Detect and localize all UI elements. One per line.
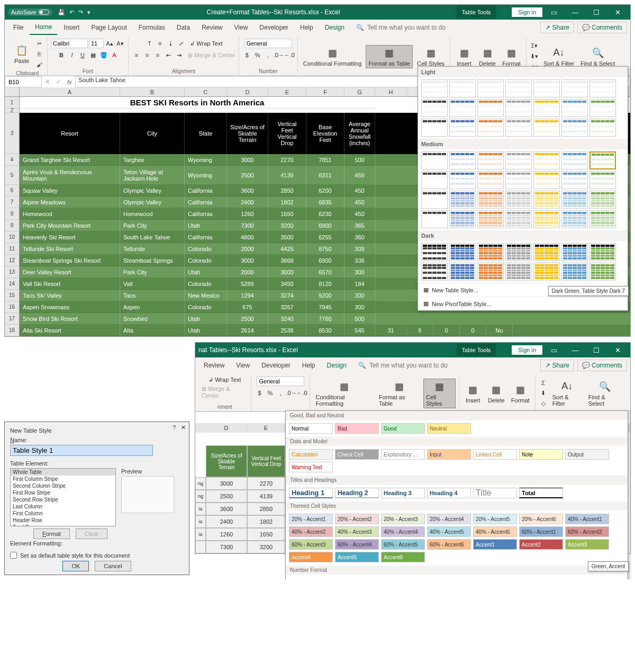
undo-icon[interactable]: ↶ (69, 9, 74, 16)
cell-style-chip[interactable]: Accent2 (519, 539, 563, 550)
cell-style-chip[interactable]: Warning Text (289, 462, 333, 472)
cell[interactable]: 2500 (227, 313, 268, 325)
cell[interactable]: 336 (344, 255, 375, 266)
cell[interactable]: 4139 (268, 166, 306, 185)
cell[interactable]: Vail Ski Resort (20, 278, 120, 290)
col-header[interactable]: G (344, 87, 375, 96)
grow-font-icon[interactable]: A▴ (105, 39, 114, 48)
orientation-icon[interactable]: ⤢ (176, 39, 186, 48)
table-style-swatch[interactable] (533, 79, 560, 97)
table-style-swatch[interactable] (589, 151, 616, 169)
cell[interactable]: 7851 (306, 154, 344, 166)
align-right-icon[interactable]: ≡ (153, 50, 162, 60)
table-style-swatch[interactable] (505, 191, 532, 209)
table-style-swatch[interactable] (533, 243, 560, 261)
table-style-swatch[interactable] (533, 263, 560, 281)
cell[interactable]: Olympic Valley (120, 196, 185, 208)
tab-view[interactable]: View (229, 21, 253, 34)
table-style-swatch[interactable] (477, 99, 504, 117)
cell[interactable]: 675 (227, 301, 268, 313)
cell[interactable]: Olympic Valley (120, 185, 185, 196)
cell[interactable]: 450 (344, 185, 375, 196)
cell[interactable]: Park City Mountain Resort (20, 220, 120, 231)
col-header[interactable]: F (306, 87, 344, 96)
cell-style-chip[interactable]: 20% - Accent5 (473, 514, 517, 524)
cell-style-chip[interactable]: Linked Cell (473, 449, 517, 460)
table-style-swatch[interactable] (505, 210, 532, 228)
table-style-swatch[interactable] (449, 263, 476, 281)
cell[interactable]: 1294 (227, 290, 268, 301)
th[interactable]: Average Annual Snowfall (inches) (344, 113, 375, 154)
cell-style-chip[interactable]: 60% - Accent6 (427, 539, 471, 550)
th[interactable]: Size/Acres of Skiable Terrain (227, 113, 268, 154)
cell-style-chip[interactable]: 40% - Accent2 (289, 526, 333, 537)
table-style-swatch[interactable] (505, 119, 532, 137)
list-item[interactable]: First Column Stripe (11, 476, 115, 482)
align-bot-icon[interactable]: ⤓ (166, 39, 175, 48)
col-header[interactable]: E (268, 87, 306, 96)
cell[interactable]: 0 (433, 325, 460, 336)
cell[interactable]: Park City (120, 266, 185, 278)
table-style-swatch[interactable] (421, 119, 448, 137)
cell[interactable]: 3240 (268, 313, 306, 325)
table-style-swatch[interactable] (589, 210, 616, 228)
cell[interactable]: 6200 (306, 185, 344, 196)
tab-home[interactable]: Home (30, 20, 57, 35)
cell[interactable]: 6255 (306, 231, 344, 243)
align-mid-icon[interactable]: ≡ (155, 39, 165, 48)
cell[interactable]: 300 (344, 301, 375, 313)
cell[interactable]: Utah (185, 220, 227, 231)
th[interactable]: State (185, 113, 227, 154)
list-item[interactable]: Last Column (11, 503, 115, 510)
cell[interactable]: Squaw Valley (20, 185, 120, 196)
cell[interactable]: 2500 (227, 166, 268, 185)
cell[interactable]: 450 (344, 208, 375, 220)
cell[interactable]: 6900 (306, 255, 344, 266)
cell[interactable]: 3267 (268, 301, 306, 313)
cell[interactable]: 2400 (227, 196, 268, 208)
cell[interactable]: 1260 (227, 208, 268, 220)
table-style-swatch[interactable] (589, 171, 616, 189)
table-style-swatch[interactable] (421, 79, 448, 97)
cell[interactable]: 2400 (206, 515, 247, 528)
ribbon-display-icon[interactable]: ▭ (545, 8, 564, 16)
cell[interactable]: 8530 (306, 325, 344, 336)
cell[interactable]: 1650 (268, 208, 306, 220)
help-icon[interactable]: ? (173, 424, 176, 431)
fill-color-icon[interactable]: 🪣 (99, 50, 108, 60)
cell-style-chip[interactable]: 40% - Accent3 (335, 526, 379, 537)
cell-style-chip[interactable]: Calculation (289, 449, 333, 460)
table-style-swatch[interactable] (449, 243, 476, 261)
table-style-swatch[interactable] (589, 99, 616, 117)
cell-style-chip[interactable]: Explanatory ... (381, 449, 425, 460)
list-item[interactable]: Whole Table (11, 469, 115, 476)
cell-style-chip[interactable]: 20% - Accent1 (289, 514, 333, 524)
maximize-icon[interactable]: ☐ (587, 346, 606, 354)
list-item[interactable]: Header Row (11, 517, 115, 524)
cell[interactable]: 4425 (268, 243, 306, 255)
table-style-swatch[interactable] (421, 210, 448, 228)
comments-button[interactable]: 💬 Comments (577, 22, 627, 33)
cell-style-chip[interactable]: Accent3 (565, 539, 609, 550)
table-style-swatch[interactable] (561, 99, 588, 117)
cell-style-chip[interactable]: 60% - Accent1 (519, 526, 563, 537)
table-style-swatch[interactable] (505, 243, 532, 261)
cell-style-chip[interactable]: Output (565, 449, 609, 460)
cell-style-chip[interactable]: 20% - Accent4 (427, 514, 471, 524)
list-item[interactable]: First Column (11, 510, 115, 517)
cell[interactable]: 545 (344, 325, 375, 336)
cell[interactable]: 6900 (306, 220, 344, 231)
cell[interactable]: Taos Ski Valley (20, 290, 120, 301)
font-color-icon[interactable]: A (110, 50, 119, 60)
cell[interactable]: New Mexico (185, 290, 227, 301)
cell[interactable]: 3274 (268, 290, 306, 301)
bold-icon[interactable]: B (57, 50, 66, 60)
tab-page-layout[interactable]: Page Layout (86, 21, 132, 34)
table-style-swatch[interactable] (533, 191, 560, 209)
number-format-select[interactable] (257, 377, 304, 386)
th[interactable]: Size/Acres of Skiable Terrain (206, 445, 247, 477)
cell[interactable]: 3200 (247, 541, 285, 553)
comma-icon[interactable]: , (264, 50, 273, 60)
table-style-swatch[interactable] (449, 151, 476, 169)
percent-icon[interactable]: % (265, 388, 275, 398)
